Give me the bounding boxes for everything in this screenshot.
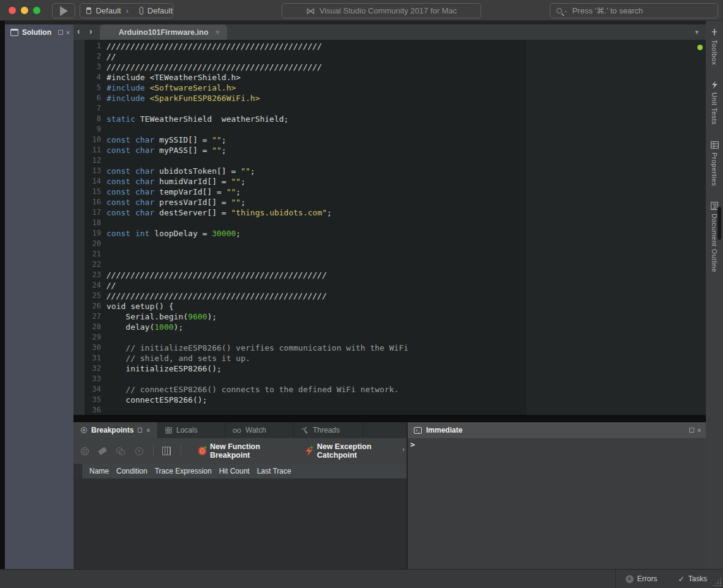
search-icon [556, 8, 562, 13]
new-function-breakpoint-button[interactable]: + New Function Breakpoint [198, 442, 296, 460]
undock-icon[interactable] [138, 428, 142, 433]
tab-list-dropdown-icon[interactable]: ▾ [695, 28, 699, 36]
run-configuration-selector[interactable]: Default › Default [80, 3, 173, 18]
breakpoints-list-empty[interactable] [73, 478, 406, 569]
code-line: 18 [73, 218, 692, 228]
code-editor[interactable]: 1///////////////////////////////////////… [73, 40, 706, 415]
code-line: 7 [73, 103, 692, 114]
errors-circle-x-icon: × [626, 575, 634, 583]
tab-close-icon[interactable]: × [215, 28, 220, 37]
code-line: 8static TEWeatherShield weatherShield; [73, 114, 692, 124]
watch-glasses-icon [233, 427, 241, 433]
immediate-console-input[interactable]: > [408, 438, 706, 449]
unit-tests-lightning-icon [711, 81, 718, 89]
new-exception-catchpoint-button[interactable]: + New Exception Catchpoint [305, 442, 406, 460]
undock-icon[interactable] [689, 428, 694, 433]
undock-icon[interactable] [58, 30, 63, 35]
code-line: 27 Serial.begin(9600); [73, 311, 692, 322]
dock-tab-label: Toolbox [711, 40, 718, 65]
traffic-minimize-button[interactable] [21, 7, 28, 14]
tasks-button[interactable]: ✓ Tasks [678, 575, 707, 584]
column-last-trace[interactable]: Last Trace [250, 467, 291, 475]
statusbar-divider [615, 570, 616, 588]
tab-watch-label: Watch [245, 426, 266, 434]
new-breakpoint-icon[interactable] [81, 447, 89, 455]
line-number: 27 [73, 311, 107, 322]
config-secondary-label[interactable]: Default [148, 6, 173, 15]
tab-breakpoints[interactable]: Breakpoints × [73, 422, 158, 438]
code-line: 2// [73, 51, 692, 62]
column-trace-expression[interactable]: Trace Expression [148, 467, 212, 475]
dock-tab-toolbox[interactable]: Toolbox [711, 28, 718, 65]
column-condition[interactable]: Condition [109, 467, 148, 475]
toggle-breakpoints-icon[interactable] [116, 447, 125, 455]
dock-tab-properties[interactable]: Properties [711, 141, 719, 186]
code-line: 36 [73, 405, 692, 415]
line-number: 22 [73, 259, 107, 270]
search-input[interactable]: ⌄ Press '⌘.' to search [550, 3, 718, 18]
tab-locals[interactable]: Locals [158, 422, 225, 438]
line-number: 10 [73, 135, 107, 145]
line-number: 28 [73, 322, 107, 332]
navigate-forward-button[interactable]: › [89, 26, 92, 36]
tab-watch[interactable]: Watch [225, 422, 294, 438]
toolbar-divider [181, 445, 181, 457]
code-line: 35 connectESP8266(); [73, 395, 692, 405]
code-line: 9 [73, 124, 692, 135]
column-name[interactable]: Name [82, 467, 109, 475]
line-number: 21 [73, 249, 107, 259]
immediate-pad-header: ›_ Immediate × [408, 422, 706, 438]
code-line: 16const char pressVarId[] = ""; [73, 197, 692, 207]
window-left-edge [0, 21, 5, 569]
errors-button[interactable]: × Errors [626, 575, 657, 583]
tab-breakpoints-label: Breakpoints [91, 426, 133, 434]
disable-breakpoint-icon[interactable]: × [135, 447, 143, 455]
close-pad-icon[interactable]: × [146, 427, 150, 434]
dock-tab-unit-tests[interactable]: Unit Tests [711, 81, 718, 125]
run-button[interactable] [52, 3, 75, 18]
close-pad-icon[interactable]: × [66, 29, 70, 36]
debug-pad-tabs: Breakpoints × Locals Watch Threads [73, 422, 406, 438]
line-number: 26 [73, 301, 107, 311]
editor-scrollbar-thumb[interactable] [717, 207, 721, 240]
tasks-label: Tasks [688, 575, 707, 583]
traffic-close-button[interactable] [9, 7, 16, 14]
toolbar-divider [153, 445, 154, 457]
build-status-dot [697, 45, 703, 50]
code-line: 24// [73, 280, 692, 291]
dock-tab-label: Unit Tests [711, 92, 718, 125]
code-line: 34 // connectESP8266() connects to the d… [73, 384, 692, 395]
line-number: 32 [73, 363, 107, 374]
line-number: 6 [73, 93, 107, 103]
solution-pad: Solution × [5, 24, 73, 569]
close-pad-icon[interactable]: × [697, 427, 701, 434]
breakpoint-rings-icon [81, 427, 87, 433]
resize-grip[interactable] [712, 577, 722, 587]
exception-catchpoint-icon: + [305, 447, 313, 456]
code-line: 25//////////////////////////////////////… [73, 291, 692, 301]
config-primary-label[interactable]: Default [96, 6, 121, 15]
immediate-pad-title: Immediate [426, 426, 462, 434]
document-tab[interactable]: Arduino101Firmware.ino × [100, 24, 227, 40]
dock-tab-label: Properties [711, 152, 718, 186]
errors-label: Errors [637, 575, 657, 583]
solution-pad-header: Solution × [5, 24, 73, 40]
line-number: 18 [73, 218, 107, 228]
navigate-back-button[interactable]: ‹ [77, 26, 80, 36]
column-hit-count[interactable]: Hit Count [212, 467, 250, 475]
clear-breakpoints-icon[interactable] [99, 448, 107, 453]
line-number: 30 [73, 343, 107, 353]
line-number: 15 [73, 187, 107, 197]
line-number: 11 [73, 145, 107, 155]
code-line: 28 delay(1000); [73, 322, 692, 332]
code-line: 19const int loopDelay = 30000; [73, 228, 692, 239]
traffic-zoom-button[interactable] [33, 7, 40, 14]
tab-threads[interactable]: Threads [294, 422, 364, 438]
breakpoint-icon-column [73, 464, 82, 478]
code-line: 14const char humidVarId[] = ""; [73, 176, 692, 187]
code-line: 1///////////////////////////////////////… [73, 41, 692, 51]
line-number: 19 [73, 228, 107, 239]
column-options-icon[interactable] [162, 447, 171, 455]
toolbar-overflow-icon[interactable]: › [402, 445, 405, 453]
line-number: 5 [73, 83, 107, 93]
